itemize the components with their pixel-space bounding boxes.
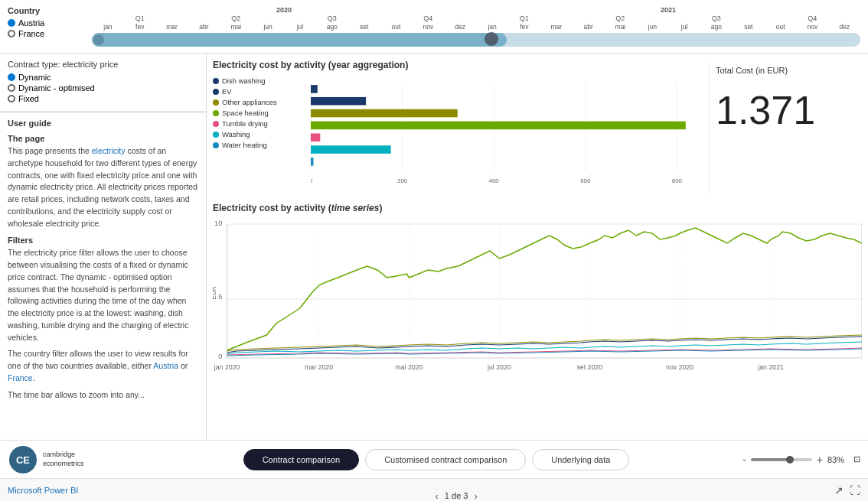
bar-chart-main: Electricity cost by activity (year aggre…: [213, 60, 701, 197]
timeline-slider[interactable]: [92, 33, 860, 47]
y-label-0: 0: [218, 353, 222, 360]
x-label-set2020: set 2020: [576, 363, 602, 371]
bar-chart-legend: Dish washing EV Other appliances: [213, 76, 305, 194]
x-label-jul2020: jul 2020: [487, 363, 511, 371]
page-next-button[interactable]: ›: [474, 490, 477, 502]
legend-dot-tumble-drying: [213, 121, 219, 127]
month-jun-2020: jun: [252, 23, 284, 31]
total-cost-value: 1.371: [716, 90, 815, 130]
dynamic-optimised-label: Dynamic - optimised: [18, 83, 95, 93]
legend-label-washing: Washing: [222, 130, 250, 138]
left-panel: Contract type: electricity price Dynamic…: [0, 54, 207, 440]
x-label-jan2020: jan 2020: [214, 363, 240, 371]
x-label-400: 400: [489, 177, 500, 184]
zoom-controls: - + 83% ⊡: [742, 454, 860, 466]
fixed-radio[interactable]: Fixed: [8, 94, 198, 103]
powerbi-link[interactable]: Microsoft Power BI: [8, 486, 78, 495]
contract-type-label: Contract type: electricity price: [8, 60, 198, 69]
x-label-800: 800: [672, 177, 683, 184]
timeline-bar: Country Austria France 2020 2021: [0, 0, 868, 54]
q4-2021: Q4: [765, 15, 861, 22]
fullscreen-icon[interactable]: ⛶: [850, 484, 860, 496]
legend-label-other-appliances: Other appliances: [222, 98, 277, 106]
fixed-radio-circle: [8, 95, 15, 102]
legend-label-tumble-drying: Tumble drying: [222, 119, 268, 128]
x-label-200: 200: [397, 177, 408, 184]
legend-dot-washing: [213, 132, 219, 138]
zoom-minus-button[interactable]: -: [742, 454, 746, 466]
bar-water-heating: [311, 158, 314, 166]
q2-2020: Q2: [188, 15, 285, 22]
powerbi-footer: Microsoft Power BI ‹ 1 de 3 › ↗ ⛶: [0, 478, 868, 501]
legend-dot-dish-washing: [213, 78, 219, 84]
filters-section-title: Filters: [8, 236, 198, 245]
time-series-chart-container: 10 5 0 EUR: [213, 216, 862, 385]
france-radio[interactable]: France: [8, 29, 84, 38]
month-dez-2021: dez: [828, 23, 860, 31]
tab-customised-contract-comparison[interactable]: Customised contract comparison: [365, 449, 526, 470]
x-label-nov2020: nov 2020: [666, 363, 693, 371]
right-panel: Electricity cost by activity (year aggre…: [207, 54, 868, 440]
slider-thumb-right[interactable]: [485, 32, 498, 46]
space-heating-line: [227, 228, 862, 350]
x-label-jan2021: jan 2021: [757, 363, 784, 371]
q1-2021: Q1: [476, 15, 573, 22]
slider-thumb-left[interactable]: [93, 34, 104, 45]
water-heating-line: [227, 349, 862, 356]
france-label: France: [18, 29, 44, 38]
month-ago-2020: ago: [316, 23, 348, 31]
y-axis-label-eur: EUR: [213, 286, 217, 299]
month-mar-2020: mar: [156, 23, 188, 31]
svg-text:CE: CE: [16, 454, 30, 466]
month-mai-2020: mai: [220, 23, 252, 31]
dynamic-optimised-radio[interactable]: Dynamic - optimised: [8, 83, 198, 93]
month-jan-2021: jan: [476, 23, 508, 31]
x-label-600: 600: [580, 177, 591, 184]
dynamic-label: Dynamic: [18, 73, 51, 82]
tab-underlying-data[interactable]: Underlying data: [532, 449, 629, 470]
bar-chart-section: Electricity cost by activity (year aggre…: [213, 60, 862, 197]
country-label: Country: [8, 6, 84, 15]
more-text: The time bar allows to zoom into any...: [8, 389, 198, 402]
bar-dish-washing: [311, 85, 318, 93]
page-prev-button[interactable]: ‹: [436, 490, 439, 502]
ce-logo-icon: CE: [8, 444, 38, 475]
zoom-plus-button[interactable]: +: [817, 454, 823, 466]
fixed-label: Fixed: [18, 94, 39, 103]
logo-text: cambridgeeconometrics: [43, 451, 84, 468]
zoom-slider-thumb[interactable]: [786, 456, 794, 464]
tab-contract-comparison[interactable]: Contract comparison: [243, 449, 360, 470]
q1-2020: Q1: [92, 15, 188, 22]
time-series-title: Electricity cost by activity (time serie…: [213, 203, 862, 213]
bottom-bar: CE cambridgeeconometrics Contract compar…: [0, 440, 868, 478]
legend-dish-washing: Dish washing: [213, 76, 305, 85]
share-icon[interactable]: ↗: [834, 484, 844, 496]
legend-tumble-drying: Tumble drying: [213, 119, 305, 128]
dynamic-radio[interactable]: Dynamic: [8, 73, 198, 82]
total-cost-title: Total Cost (in EUR): [716, 66, 788, 75]
y-label-10: 10: [214, 220, 222, 227]
bar-chart-svg: 0 200 400 600 800: [311, 76, 701, 195]
zoom-percent-label: 83%: [827, 455, 844, 464]
month-fev-2021: fev: [508, 23, 540, 31]
bar-space-heating: [311, 122, 686, 130]
month-jul-2021: jul: [668, 23, 700, 31]
q4-2020: Q4: [380, 15, 477, 22]
country-filter: Country Austria France: [8, 6, 84, 40]
legend-label-ev: EV: [222, 87, 232, 96]
month-abr-2021: abr: [573, 23, 605, 31]
month-dez-2020: dez: [444, 23, 476, 31]
zoom-slider[interactable]: [751, 458, 812, 461]
legend-label-dish-washing: Dish washing: [222, 76, 266, 85]
page-text: This page presents the electricity costs…: [8, 145, 198, 229]
filters-text: The electricity price filter allows the …: [8, 247, 198, 343]
month-set-2021: set: [733, 23, 765, 31]
bar-tumble-drying: [311, 133, 320, 142]
month-set-2020: set: [348, 23, 380, 31]
year-2021: 2021: [661, 6, 676, 14]
tumble-drying-line: [227, 348, 862, 355]
logo-area: CE cambridgeeconometrics: [8, 444, 130, 475]
austria-radio[interactable]: Austria: [8, 18, 84, 28]
contract-type-section: Contract type: electricity price Dynamic…: [0, 54, 206, 112]
expand-icon[interactable]: ⊡: [853, 454, 860, 464]
